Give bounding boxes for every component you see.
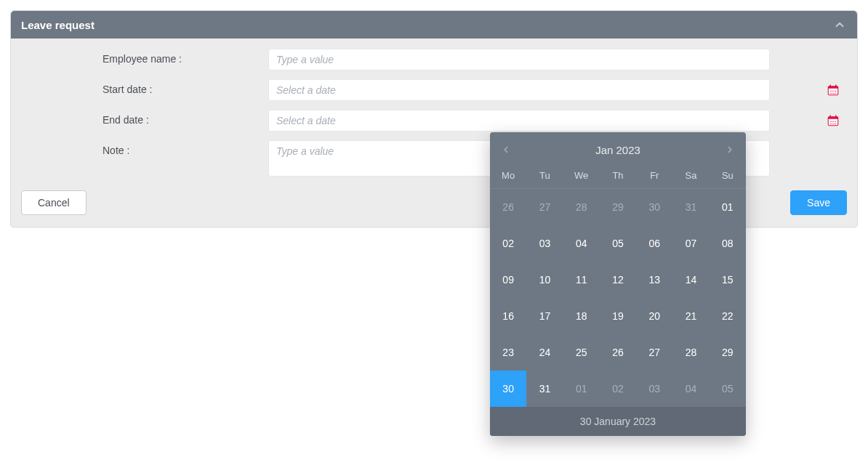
date-picker-day[interactable]: 12 [600,262,636,298]
svg-point-18 [832,124,834,125]
date-picker-dow: Fr [636,161,672,188]
date-picker: Jan 2023 MoTuWeThFrSaSu 2627282930310102… [490,132,746,436]
svg-rect-13 [835,116,837,118]
svg-rect-10 [828,117,838,126]
row-end-date: End date : [21,110,847,132]
date-picker-day[interactable]: 26 [600,334,636,371]
label-employee-name: Employee name : [21,49,268,65]
date-picker-day[interactable]: 05 [710,371,746,407]
label-end-date: End date : [21,110,268,126]
date-picker-day[interactable]: 11 [563,262,600,298]
date-picker-day[interactable]: 27 [526,189,563,225]
row-employee-name: Employee name : [21,49,847,70]
date-picker-day[interactable]: 16 [490,298,526,334]
calendar-icon [827,84,840,97]
svg-point-16 [835,121,836,123]
svg-rect-1 [828,86,838,89]
svg-rect-12 [830,116,832,118]
row-start-date: Start date : [21,79,847,101]
date-picker-day[interactable]: 17 [526,298,563,334]
date-picker-day[interactable]: 29 [600,189,636,225]
date-picker-day[interactable]: 04 [672,371,709,407]
date-picker-day[interactable]: 28 [563,189,600,225]
employee-name-input[interactable] [268,49,770,70]
date-picker-day[interactable]: 09 [490,262,526,298]
date-picker-day[interactable]: 06 [636,225,672,262]
label-start-date: Start date : [21,79,268,95]
date-picker-day[interactable]: 07 [672,225,709,262]
svg-point-5 [832,91,834,92]
date-picker-day[interactable]: 18 [563,298,600,334]
start-date-input[interactable] [268,79,770,101]
svg-point-19 [835,124,836,125]
date-picker-day[interactable]: 29 [710,334,746,371]
date-picker-day[interactable]: 20 [636,298,672,334]
svg-point-15 [832,121,834,123]
date-picker-day[interactable]: 19 [600,298,636,334]
date-picker-day[interactable]: 02 [490,225,526,262]
date-picker-day[interactable]: 14 [672,262,709,298]
date-picker-day[interactable]: 31 [526,371,563,407]
svg-point-6 [835,91,836,92]
date-picker-day[interactable]: 10 [526,262,563,298]
svg-point-4 [830,91,832,92]
calendar-icon [827,114,840,127]
date-picker-dow: Sa [672,161,709,188]
date-picker-day[interactable]: 01 [563,371,600,407]
date-picker-day[interactable]: 31 [672,189,709,225]
save-button[interactable]: Save [790,190,847,215]
date-picker-day[interactable]: 26 [490,189,526,225]
svg-rect-3 [835,85,837,87]
date-picker-day[interactable]: 24 [526,334,563,371]
date-picker-dow: We [563,161,600,188]
date-picker-day[interactable]: 03 [636,371,672,407]
next-month-icon[interactable] [721,141,739,158]
cancel-button[interactable]: Cancel [21,190,87,215]
collapse-icon[interactable] [832,17,847,32]
date-picker-day[interactable]: 02 [600,371,636,407]
panel-title: Leave request [21,19,95,31]
label-note: Note : [21,140,268,156]
date-picker-day[interactable]: 15 [710,262,746,298]
date-picker-day[interactable]: 27 [636,334,672,371]
svg-rect-0 [828,86,838,95]
date-picker-day[interactable]: 23 [490,334,526,371]
date-picker-header: Jan 2023 [490,132,746,161]
date-picker-dow: Th [600,161,636,188]
date-picker-day[interactable]: 22 [710,298,746,334]
date-picker-day[interactable]: 05 [600,225,636,262]
svg-point-14 [830,121,832,123]
svg-point-8 [832,93,834,94]
date-picker-day[interactable]: 04 [563,225,600,262]
svg-rect-11 [828,117,838,119]
prev-month-icon[interactable] [497,141,515,158]
date-picker-day[interactable]: 08 [710,225,746,262]
svg-point-9 [835,93,836,94]
date-picker-day[interactable]: 28 [672,334,709,371]
date-picker-title[interactable]: Jan 2023 [595,144,640,156]
svg-point-7 [830,93,832,94]
date-picker-days-grid: 2627282930310102030405060708091011121314… [490,188,746,407]
date-picker-dow: Tu [526,161,563,188]
date-picker-dow: Mo [490,161,526,188]
date-picker-day[interactable]: 30 [636,189,672,225]
date-picker-day[interactable]: 13 [636,262,672,298]
date-picker-dow-row: MoTuWeThFrSaSu [490,161,746,188]
end-date-input[interactable] [268,110,770,132]
date-picker-day[interactable]: 21 [672,298,709,334]
date-picker-day[interactable]: 01 [710,189,746,225]
date-picker-footer: 30 January 2023 [490,407,746,436]
svg-rect-2 [830,85,832,87]
date-picker-dow: Su [710,161,746,188]
date-picker-day[interactable]: 25 [563,334,600,371]
panel-header: Leave request [11,11,857,39]
svg-point-17 [830,124,832,125]
date-picker-day[interactable]: 03 [526,225,563,262]
date-picker-day[interactable]: 30 [490,371,526,407]
